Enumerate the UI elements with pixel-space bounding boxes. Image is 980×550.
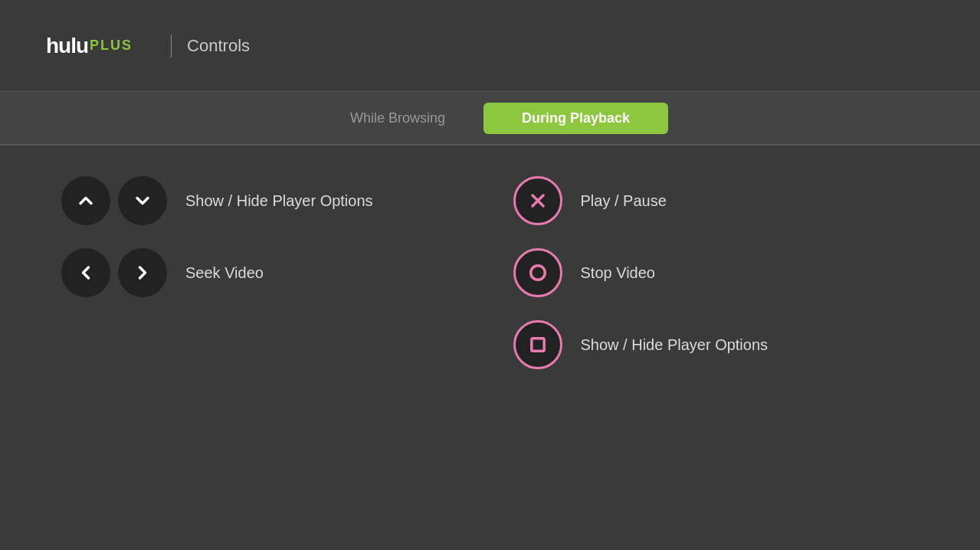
controls-grid: Show / Hide Player Options Seek Video bbox=[61, 176, 919, 369]
left-chevron-icon bbox=[61, 248, 110, 297]
control-row-show-hide: Show / Hide Player Options bbox=[61, 176, 467, 225]
play-pause-label: Play / Pause bbox=[581, 192, 667, 210]
down-chevron-icon bbox=[118, 176, 167, 225]
header: huluPLUS Controls bbox=[0, 0, 980, 92]
x-mark-icon bbox=[513, 176, 562, 225]
control-row-play-pause: Play / Pause bbox=[513, 176, 919, 225]
square-icon bbox=[513, 320, 562, 369]
circle-icon bbox=[513, 248, 562, 297]
stop-video-label: Stop Video bbox=[581, 264, 656, 282]
up-chevron-icon bbox=[61, 176, 110, 225]
seek-video-label: Seek Video bbox=[185, 264, 264, 282]
tab-while-browsing[interactable]: While Browsing bbox=[312, 103, 483, 134]
icon-pair-up-down bbox=[61, 176, 167, 225]
left-controls-column: Show / Hide Player Options Seek Video bbox=[61, 176, 467, 369]
header-divider bbox=[171, 34, 172, 57]
show-hide-label: Show / Hide Player Options bbox=[185, 192, 373, 210]
right-controls-column: Play / Pause Stop Video Show / Hid bbox=[513, 176, 919, 369]
svg-rect-3 bbox=[531, 339, 543, 351]
show-hide-right-label: Show / Hide Player Options bbox=[581, 336, 769, 354]
tabs-bar: While Browsing During Playback bbox=[0, 92, 980, 146]
content-area: Show / Hide Player Options Seek Video bbox=[0, 146, 980, 400]
logo-hulu-text: hulu bbox=[46, 34, 88, 58]
tab-during-playback[interactable]: During Playback bbox=[483, 103, 668, 134]
control-row-stop-video: Stop Video bbox=[513, 248, 919, 297]
svg-point-2 bbox=[530, 266, 545, 280]
logo-plus-text: PLUS bbox=[90, 38, 133, 54]
right-chevron-icon bbox=[118, 248, 167, 297]
control-row-seek: Seek Video bbox=[61, 248, 467, 297]
icon-pair-left-right bbox=[61, 248, 167, 297]
control-row-show-hide-right: Show / Hide Player Options bbox=[513, 320, 919, 369]
page-title: Controls bbox=[187, 36, 250, 56]
logo: huluPLUS bbox=[46, 34, 133, 58]
